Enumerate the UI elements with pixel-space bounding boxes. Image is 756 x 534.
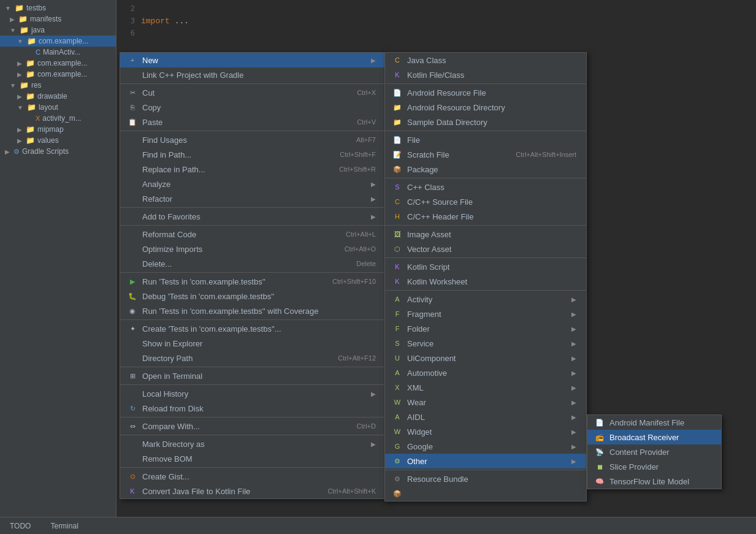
submenu-activity[interactable]: A Activity ▶ [385,292,586,307]
submenu-wear[interactable]: W Wear ▶ [385,395,586,410]
separator [120,435,386,435]
arrow-icon: ▶ [10,16,15,23]
submenu-vector-asset[interactable]: ⬡ Vector Asset [385,242,586,256]
ctx-item-run-tests[interactable]: ▶ Run 'Tests in 'com.example.testbs'' Ct… [120,274,386,289]
submenu-fragment[interactable]: F Fragment ▶ [385,307,586,321]
line-number: 2 [116,4,141,13]
ctx-item-label: Run 'Tests in 'com.example.testbs'' with… [142,307,318,316]
sidebar-item-manifests[interactable]: ▶ 📁 manifests [0,13,116,25]
ctx-item-dir-path[interactable]: Directory Path Ctrl+Alt+F12 [120,351,386,365]
submenu-widget[interactable]: W Widget ▶ [385,424,586,439]
submenu-package[interactable]: 📦 Package [385,162,586,177]
submenu-kotlin-script[interactable]: K Kotlin Script [385,259,586,274]
sidebar-item-activity-m[interactable]: X activity_m... [0,113,116,124]
submenu-google[interactable]: G Google ▶ [385,439,586,454]
submenu-image-asset[interactable]: 🖼 Image Asset [385,227,586,242]
submenu-sample-data-dir[interactable]: 📁 Sample Data Directory [385,115,586,129]
sidebar-item-mipmap[interactable]: ▶ 📁 mipmap [0,124,116,135]
submenu-other[interactable]: ⚙ Other ▶ [385,454,586,468]
sidebar-item-com3[interactable]: ▶ 📁 com.example... [0,69,116,80]
ctx-item-optimize[interactable]: Optimize Imports Ctrl+Alt+O [120,242,386,256]
submenu-java-class[interactable]: C Java Class [385,53,586,67]
ctx-item-label: Link C++ Project with Gradle [142,71,243,80]
ctx-item-add-favorites[interactable]: Add to Favorites ▶ [120,209,386,224]
submenu-aidl[interactable]: A AIDL ▶ [385,410,586,424]
sidebar-item-drawable[interactable]: ▶ 📁 drawable [0,91,116,102]
ctx-item-create-gist[interactable]: ⊙ Create Gist... [120,469,386,484]
sidebar-item-values[interactable]: ▶ 📁 values [0,135,116,146]
submenu-ui-component[interactable]: U UiComponent ▶ [385,351,586,365]
java-class-icon: C [392,55,402,65]
sidebar-item-com2[interactable]: ▶ 📁 com.example... [0,58,116,69]
submenu3-slice-provider[interactable]: ◼ Slice Provider [587,459,721,474]
ctx-item-label: Other [407,457,427,466]
separator [120,367,386,367]
bottom-tab-todo[interactable]: TODO [5,519,36,533]
submenu-android-resource-file[interactable]: 📄 Android Resource File [385,85,586,100]
submenu-xml[interactable]: X XML ▶ [385,380,586,395]
submenu-editorconfig[interactable]: ⚙ Resource Bundle [385,471,586,486]
analyze-icon [128,179,137,189]
android-res-icon: 📄 [392,88,402,97]
sidebar-item-com1[interactable]: ▼ 📁 com.example... [0,36,116,47]
sidebar-item-res[interactable]: ▼ 📁 res [0,80,116,91]
submenu-kotlin-worksheet[interactable]: K Kotlin Worksheet [385,274,586,289]
cpp-source-icon: C [392,197,402,207]
submenu-android-resource-dir[interactable]: 📁 Android Resource Directory [385,100,586,115]
sidebar-item-layout[interactable]: ▼ 📁 layout [0,102,116,113]
ctx-item-reformat[interactable]: Reformat Code Ctrl+Alt+L [120,227,386,242]
ctx-item-compare[interactable]: ⇔ Compare With... Ctrl+D [120,419,386,433]
submenu-service[interactable]: S Service ▶ [385,336,586,351]
ctx-item-show-explorer[interactable]: Show in Explorer [120,336,386,351]
arrow-icon: ▼ [17,38,23,45]
submenu-cpp-class[interactable]: S C++ Class [385,180,586,194]
submenu3-content-provider[interactable]: 📡 Content Provider [587,444,721,459]
separator [385,178,586,178]
xml-file-icon: X [36,115,40,122]
sidebar-item-testbs[interactable]: ▼ 📁 testbs [0,2,116,13]
ctx-item-label: Content Provider [609,448,670,457]
submenu3-tensorflow[interactable]: 🧠 TensorFlow Lite Model [587,474,721,489]
ctx-item-convert-java[interactable]: K Convert Java File to Kotlin File Ctrl+… [120,484,386,498]
ctx-item-new[interactable]: + New ▶ [120,53,386,67]
submenu-arrow-icon: ▶ [571,399,576,406]
ctx-item-label: C/C++ Header File [407,212,473,221]
submenu-automotive[interactable]: A Automotive ▶ [385,365,586,380]
sidebar-item-java[interactable]: ▼ 📁 java [0,25,116,36]
submenu-arrow-icon: ▶ [571,355,576,362]
ctx-item-delete[interactable]: Delete... Delete [120,256,386,271]
submenu3-android-manifest[interactable]: 📄 Android Manifest File [587,415,721,430]
ctx-item-local-history[interactable]: Local History ▶ [120,386,386,401]
bottom-tab-terminal[interactable]: Terminal [45,519,83,533]
ctx-item-find-path[interactable]: Find in Path... Ctrl+Shift+F [120,147,386,162]
ctx-item-link-cpp[interactable]: Link C++ Project with Gradle [120,67,386,82]
ctx-item-open-terminal[interactable]: ⊞ Open in Terminal [120,368,386,383]
ctx-item-paste[interactable]: 📋 Paste Ctrl+V [120,115,386,129]
sidebar-item-gradle[interactable]: ▶ ⚙ Gradle Scripts [0,146,116,157]
ctx-item-find-usages[interactable]: Find Usages Alt+F7 [120,132,386,147]
arrow-icon: ▶ [17,126,22,133]
sidebar-item-mainactivity[interactable]: C MainActiv... [0,47,116,58]
ctx-item-reload[interactable]: ↻ Reload from Disk [120,401,386,416]
ctx-item-copy[interactable]: ⎘ Copy [120,100,386,115]
ctx-item-replace-path[interactable]: Replace in Path... Ctrl+Shift+R [120,162,386,177]
ctx-item-cut[interactable]: ✂ Cut Ctrl+X [120,85,386,100]
submenu-cpp-source[interactable]: C C/C++ Source File [385,194,586,209]
submenu-kotlin-file[interactable]: K Kotlin File/Class [385,67,586,82]
shortcut-label: Ctrl+V [357,118,376,126]
submenu-resource-bundle[interactable]: 📦 [385,486,586,501]
ctx-item-remove-bom[interactable]: Remove BOM [120,451,386,466]
ctx-item-create-tests[interactable]: ✦ Create 'Tests in 'com.example.testbs''… [120,321,386,336]
submenu-scratch-file[interactable]: 📝 Scratch File Ctrl+Alt+Shift+Insert [385,147,586,162]
tensorflow-icon: 🧠 [595,476,605,486]
submenu-file[interactable]: 📄 File [385,132,586,147]
ctx-item-debug-tests[interactable]: 🐛 Debug 'Tests in 'com.example.testbs'' [120,289,386,303]
ctx-item-run-coverage[interactable]: ◉ Run 'Tests in 'com.example.testbs'' wi… [120,303,386,318]
ctx-item-mark-dir[interactable]: Mark Directory as ▶ [120,437,386,451]
submenu-folder[interactable]: F Folder ▶ [385,321,586,336]
submenu-cpp-header[interactable]: H C/C++ Header File [385,209,586,224]
ctx-item-analyze[interactable]: Analyze ▶ [120,177,386,191]
ctx-item-refactor[interactable]: Refactor ▶ [120,191,386,206]
copy-icon: ⎘ [128,102,137,112]
submenu3-broadcast-receiver[interactable]: 📻 Broadcast Receiver [587,430,721,444]
